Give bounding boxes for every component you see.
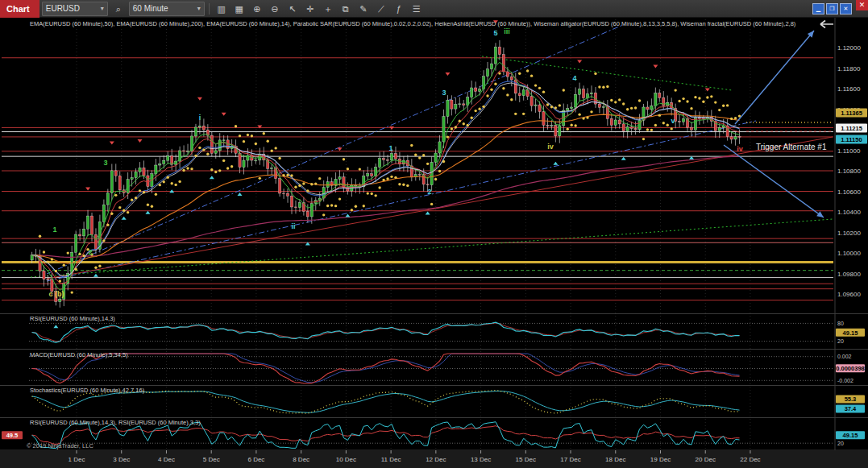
alligator-lips-line — [32, 62, 740, 290]
copy-icon[interactable]: ⧉ — [338, 2, 354, 16]
chart-style-icon[interactable]: ▥ — [214, 2, 230, 16]
svg-text:i: i — [199, 114, 201, 122]
svg-text:49.15: 49.15 — [843, 329, 858, 337]
svg-text:49.5: 49.5 — [6, 432, 19, 439]
svg-text:20 Dec: 20 Dec — [696, 456, 716, 463]
instrument-search-icon[interactable]: ⌕ — [110, 2, 127, 16]
scroll-to-end-arrow-icon — [820, 21, 833, 28]
instrument-value: EURUSD — [46, 4, 80, 13]
svg-text:1.10800: 1.10800 — [837, 168, 861, 175]
chevron-down-icon: ▾ — [101, 5, 104, 12]
svg-text:5: 5 — [493, 29, 497, 37]
svg-text:1.11150: 1.11150 — [841, 136, 862, 143]
instrument-selector[interactable]: EURUSD ▾ — [42, 2, 108, 16]
svg-text:1.10200: 1.10200 — [837, 230, 861, 237]
ema50-line — [32, 114, 740, 263]
svg-text:iii: iii — [504, 27, 510, 35]
period-selector[interactable]: 60 Minute ▾ — [129, 2, 205, 16]
svg-text:3: 3 — [442, 89, 446, 97]
rsi2-slow-line — [32, 426, 740, 445]
svg-text:0.002: 0.002 — [837, 354, 852, 359]
properties-icon[interactable]: ☰ — [409, 2, 425, 16]
alligator-jaw-line — [32, 81, 740, 277]
ema14-line — [32, 83, 740, 276]
svg-text:1: 1 — [52, 226, 56, 234]
svg-text:17 Dec: 17 Dec — [560, 456, 580, 463]
data-series-icon[interactable]: ▦ — [231, 2, 247, 16]
svg-text:1.09600: 1.09600 — [837, 291, 861, 298]
rsi-avg-line — [32, 323, 740, 342]
svg-text:2: 2 — [88, 248, 92, 256]
window-close-button[interactable]: ✕ — [840, 3, 852, 14]
svg-text:-0.002: -0.002 — [837, 378, 853, 383]
svg-text:v: v — [671, 117, 675, 125]
add-object-icon[interactable]: ＋ — [320, 2, 336, 16]
chart-tab[interactable]: Chart — [0, 0, 39, 18]
svg-text:20: 20 — [837, 441, 844, 446]
svg-text:3: 3 — [103, 159, 107, 167]
svg-text:49.15: 49.15 — [843, 432, 858, 439]
chart-toolbar: Chart EURUSD ▾ ⌕ 60 Minute ▾ ▥▦⊕⊖↖✛＋⧉✎⟋ƒ… — [0, 0, 868, 18]
toolbar-icons: ▥▦⊕⊖↖✛＋⧉✎⟋ƒ☰ — [214, 2, 425, 16]
window-controls: ▁❐✕ — [812, 3, 853, 14]
chart-workspace: 12c (b)3iii1235iii4ivviv80200.002-0.0022… — [0, 18, 868, 468]
zoom-out-icon[interactable]: ⊖ — [267, 2, 283, 16]
svg-text:2: 2 — [427, 188, 431, 196]
svg-text:1.10400: 1.10400 — [837, 209, 861, 216]
stochastics-k-line — [32, 391, 740, 414]
svg-text:3 Dec: 3 Dec — [113, 456, 130, 463]
ninjatrader-window: Chart EURUSD ▾ ⌕ 60 Minute ▾ ▥▦⊕⊖↖✛＋⧉✎⟋ƒ… — [0, 0, 868, 468]
svg-text:12 Dec: 12 Dec — [426, 456, 446, 463]
projection-arrows-layer — [724, 31, 824, 217]
svg-text:8 Dec: 8 Dec — [293, 456, 309, 463]
svg-text:11 Dec: 11 Dec — [381, 456, 401, 463]
svg-text:18 Dec: 18 Dec — [605, 456, 625, 463]
svg-text:ii: ii — [291, 222, 295, 230]
svg-text:22 Dec: 22 Dec — [740, 456, 760, 463]
svg-text:10 Dec: 10 Dec — [336, 456, 356, 463]
svg-text:1.11800: 1.11800 — [837, 65, 861, 72]
indicators-icon[interactable]: ƒ — [391, 2, 407, 16]
svg-text:4: 4 — [572, 74, 576, 82]
draw-icon[interactable]: ✎ — [355, 2, 372, 16]
svg-text:55.3: 55.3 — [845, 396, 857, 403]
svg-text:1.09800: 1.09800 — [837, 271, 861, 278]
svg-text:1.10600: 1.10600 — [837, 188, 861, 196]
panel-gridlines-layer: 80200.002-0.00220 — [29, 321, 853, 446]
macd-signal-line — [32, 354, 740, 383]
measure-icon[interactable]: ⟋ — [373, 2, 389, 16]
svg-text:1.11000: 1.11000 — [837, 147, 861, 155]
svg-text:c (b): c (b) — [49, 290, 64, 298]
svg-text:iv: iv — [737, 145, 743, 153]
chart-canvas[interactable]: 12c (b)3iii1235iii4ivviv80200.002-0.0022… — [0, 18, 868, 468]
toolbar-separator — [209, 3, 210, 14]
stochastics-d-line — [32, 391, 740, 412]
svg-text:20: 20 — [837, 338, 844, 344]
window-minimize-button[interactable]: ▁ — [812, 3, 824, 14]
zoom-in-icon[interactable]: ⊕ — [249, 2, 265, 16]
chevron-down-icon: ▾ — [197, 5, 201, 12]
price-levels-layer — [2, 58, 833, 300]
svg-text:37.4: 37.4 — [845, 405, 857, 412]
svg-text:0.0000398: 0.0000398 — [836, 365, 864, 372]
svg-text:1.11365: 1.11365 — [841, 110, 862, 117]
ema200-line — [32, 156, 740, 257]
svg-text:iv: iv — [547, 143, 554, 151]
svg-text:13 Dec: 13 Dec — [471, 456, 491, 463]
svg-text:1.11600: 1.11600 — [837, 85, 861, 93]
svg-text:1.12000: 1.12000 — [837, 44, 861, 52]
rsi-line — [32, 322, 740, 342]
svg-text:1 Dec: 1 Dec — [69, 456, 85, 463]
period-value: 60 Minute — [133, 4, 168, 13]
window-restore-button[interactable]: ❐ — [826, 3, 838, 14]
app-close-button[interactable]: ✕ — [856, 0, 868, 10]
svg-text:5 Dec: 5 Dec — [203, 456, 220, 463]
svg-text:1.10000: 1.10000 — [837, 250, 861, 257]
crosshair-icon[interactable]: ✛ — [302, 2, 318, 16]
price-axis[interactable]: 1.120001.118001.116001.114001.112001.110… — [837, 44, 861, 298]
parabolic-sar-layer — [39, 69, 741, 293]
svg-text:19 Dec: 19 Dec — [650, 456, 671, 463]
svg-text:1: 1 — [388, 144, 392, 152]
rsi2-fast-line — [32, 422, 740, 449]
cursor-icon[interactable]: ↖ — [284, 2, 301, 16]
